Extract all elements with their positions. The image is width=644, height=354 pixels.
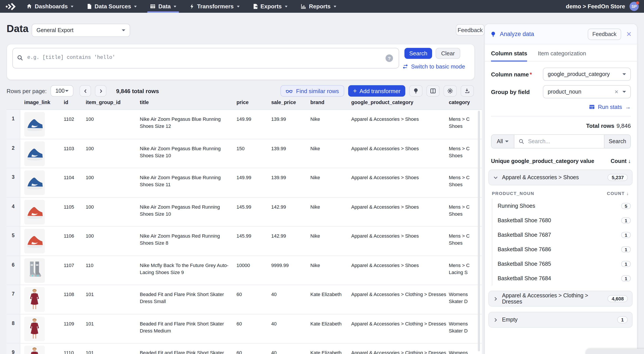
corner-widget[interactable]	[586, 349, 644, 354]
table-row[interactable]: 31104100Nike Air Zoom Pegasus Blue Runni…	[6, 168, 482, 197]
table-row[interactable]: 81109101Beaded Fit and Flare Pink Short …	[6, 314, 482, 344]
avatar[interactable]: SP	[630, 2, 639, 11]
table-row[interactable]: 21103100Nike Air Zoom Pegasus Blue Runni…	[6, 139, 482, 168]
group-item[interactable]: Basketball Shoe 76871	[498, 228, 631, 242]
prev-page-button[interactable]	[80, 85, 91, 97]
category-group-header[interactable]: Apparel & Accessories > Shoes5,237	[488, 170, 632, 185]
cell-category: WomensSkater D	[449, 291, 482, 305]
table-row[interactable]: 71108101Beaded Fit and Flare Pink Short …	[6, 285, 482, 314]
tab-column-stats[interactable]: Column stats	[491, 50, 527, 61]
group-by-select[interactable]: product_noun ✕	[543, 85, 631, 98]
group-item[interactable]: Basketball Shoe 76861	[498, 242, 631, 257]
chevron-right-icon	[98, 88, 103, 93]
column-header-title[interactable]: title	[140, 100, 149, 105]
value-search-input[interactable]	[527, 138, 600, 145]
help-icon[interactable]: ?	[386, 54, 393, 62]
switch-basic-mode-link[interactable]: Switch to basic mode	[402, 63, 465, 70]
query-input[interactable]	[26, 53, 380, 65]
filter-scope-select[interactable]: All	[492, 135, 514, 148]
table-scrollbar[interactable]	[478, 111, 480, 351]
column-header-brand[interactable]: brand	[310, 100, 324, 105]
group-item[interactable]: Basketball Shoe 76851	[498, 257, 631, 271]
next-page-button[interactable]	[95, 85, 106, 97]
table-row[interactable]: 61107110Nike Mcfly Back To the Future Gr…	[6, 256, 482, 285]
group-item[interactable]: Running Shoes5	[498, 199, 631, 213]
rows-per-page-select[interactable]: 100	[50, 85, 74, 97]
settings-button[interactable]	[444, 85, 457, 97]
chevron-down-icon	[622, 73, 626, 75]
column-header-id[interactable]: id	[64, 100, 68, 105]
cell-id: 1109	[64, 320, 74, 327]
rows-per-page-label: Rows per page:	[6, 88, 46, 94]
product-image[interactable]	[24, 170, 45, 195]
table-row[interactable]: 91110101Beaded Fit and Flare Pink Short …	[6, 344, 482, 354]
product-image[interactable]	[24, 346, 45, 354]
export-select[interactable]: General Export	[32, 24, 130, 37]
clear-selection-icon[interactable]: ✕	[614, 89, 618, 95]
product-noun-header[interactable]: PRODUCT_NOUN	[492, 191, 534, 196]
table-row[interactable]: 41105100Nike Air Zoom Pegasus Red Runnin…	[6, 197, 482, 227]
column-name-select[interactable]: google_product_category	[543, 68, 631, 81]
nav-item-exports[interactable]: Exports	[252, 0, 288, 13]
feedback-button[interactable]: Feedback	[456, 24, 484, 35]
app-logo[interactable]	[5, 1, 16, 11]
table-row[interactable]: 51106100Nike Air Zoom Pegasus Red Runnin…	[6, 227, 482, 256]
panel-feedback-button[interactable]: Feedback	[588, 28, 621, 40]
insights-button[interactable]	[409, 85, 422, 97]
cell-price: 150	[236, 145, 245, 152]
download-button[interactable]	[461, 85, 474, 97]
columns-button[interactable]	[426, 85, 440, 97]
account-breadcrumb[interactable]: demo > FeedOn Store	[566, 3, 625, 10]
cell-category: Mens > CShoes	[449, 203, 482, 217]
group-item-count: 1	[621, 232, 631, 238]
analyze-panel: Analyze data Feedback ✕ Column statsItem…	[484, 24, 638, 354]
table-row[interactable]: 11102100Nike Air Zoom Pegasus Blue Runni…	[6, 110, 482, 139]
add-transformer-button[interactable]: + Add transformer	[348, 85, 405, 97]
group-item[interactable]: Basketball Shoe 76841	[498, 271, 631, 286]
nav-item-dashboards[interactable]: Dashboards	[26, 0, 74, 13]
column-header-item-group-id[interactable]: item_group_id	[86, 100, 120, 105]
nav-item-data[interactable]: Data	[150, 0, 176, 13]
cell-category: Mens > CLacing S	[449, 262, 482, 276]
product-image[interactable]	[24, 112, 45, 137]
search-card: ? Search Clear Switch to basic mode	[6, 44, 475, 80]
row-number: 9	[6, 344, 20, 354]
count-header[interactable]: COUNT ↓	[607, 191, 629, 196]
column-header-price[interactable]: price	[236, 100, 248, 105]
cell-brand: Kate Elizabeth	[310, 291, 342, 298]
data-table: image_linkiditem_group_idtitlepricesale_…	[6, 97, 482, 354]
category-group-header[interactable]: Apparel & Accessories > Clothing > Dress…	[488, 291, 632, 307]
cell-item-group-id: 100	[86, 115, 94, 122]
category-group-header[interactable]: Empty1	[488, 312, 632, 328]
chevron-left-icon	[83, 88, 88, 93]
column-header-image-link[interactable]: image_link	[24, 100, 50, 105]
clear-button[interactable]: Clear	[436, 48, 460, 59]
cell-google-product-category: Apparel & Accessories > Shoes	[351, 174, 449, 181]
value-search-button[interactable]: Search	[604, 135, 630, 148]
nav-item-transformers[interactable]: Transformers	[190, 0, 239, 13]
panel-body: Column name* google_product_category Gro…	[485, 61, 637, 328]
cell-brand: Nike	[310, 115, 320, 122]
close-icon[interactable]: ✕	[626, 30, 632, 38]
run-stats-link[interactable]: Run stats →	[491, 104, 631, 110]
cell-price: 60	[236, 349, 242, 354]
product-image[interactable]	[24, 317, 45, 341]
product-image[interactable]	[24, 258, 45, 283]
column-header-google-product-category[interactable]: google_product_category	[351, 100, 413, 105]
nav-item-reports[interactable]: Reports	[301, 0, 336, 13]
product-image[interactable]	[24, 229, 45, 253]
analyze-panel-header: Analyze data Feedback ✕	[485, 24, 637, 44]
tab-item-categorization[interactable]: Item categorization	[538, 50, 586, 61]
product-image[interactable]	[24, 200, 45, 224]
column-header-category[interactable]: category	[449, 100, 470, 105]
column-header-sale-price[interactable]: sale_price	[271, 100, 296, 105]
find-similar-rows-button[interactable]: Find similar rows	[280, 85, 344, 97]
search-button[interactable]: Search	[404, 48, 432, 59]
product-image[interactable]	[24, 141, 45, 166]
count-sort-header[interactable]: Count ↓	[610, 158, 631, 164]
chevron-down-icon	[134, 5, 137, 7]
nav-item-data-sources[interactable]: Data Sources	[86, 0, 137, 13]
group-item[interactable]: Basketball Shoe 76801	[498, 213, 631, 228]
product-image[interactable]	[24, 287, 45, 312]
group-items: Running Shoes5Basketball Shoe 76801Baske…	[492, 199, 631, 286]
